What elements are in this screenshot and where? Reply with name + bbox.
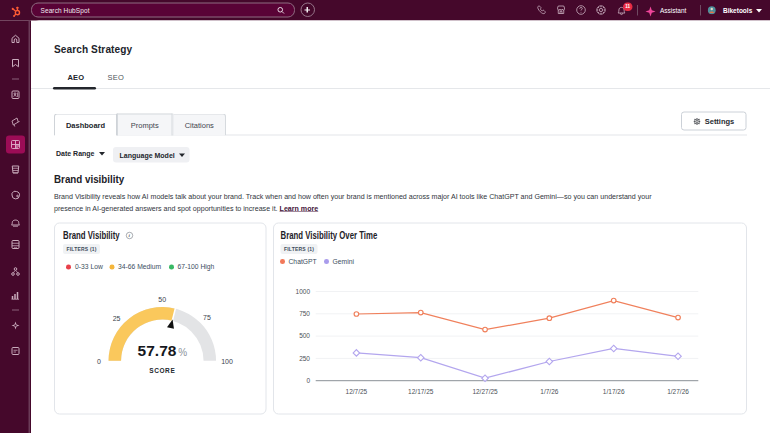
- svg-text:100: 100: [221, 358, 233, 365]
- svg-text:750: 750: [299, 310, 310, 317]
- svg-text:1000: 1000: [296, 288, 311, 295]
- svg-text:%: %: [178, 347, 187, 358]
- svg-text:12/27/25: 12/27/25: [472, 388, 498, 395]
- svg-text:1/17/26: 1/17/26: [603, 388, 625, 395]
- svg-text:50: 50: [158, 296, 166, 303]
- svg-text:12/7/25: 12/7/25: [346, 388, 368, 395]
- svg-text:1/27/26: 1/27/26: [667, 388, 689, 395]
- svg-text:0: 0: [306, 377, 310, 384]
- svg-text:250: 250: [299, 355, 310, 362]
- svg-text:0: 0: [97, 358, 101, 365]
- svg-text:75: 75: [203, 314, 211, 321]
- svg-text:SCORE: SCORE: [149, 367, 175, 374]
- svg-text:25: 25: [113, 315, 121, 322]
- svg-text:1/7/26: 1/7/26: [540, 388, 558, 395]
- svg-text:57.78: 57.78: [138, 342, 177, 359]
- svg-text:500: 500: [299, 332, 310, 339]
- svg-text:12/17/25: 12/17/25: [408, 388, 434, 395]
